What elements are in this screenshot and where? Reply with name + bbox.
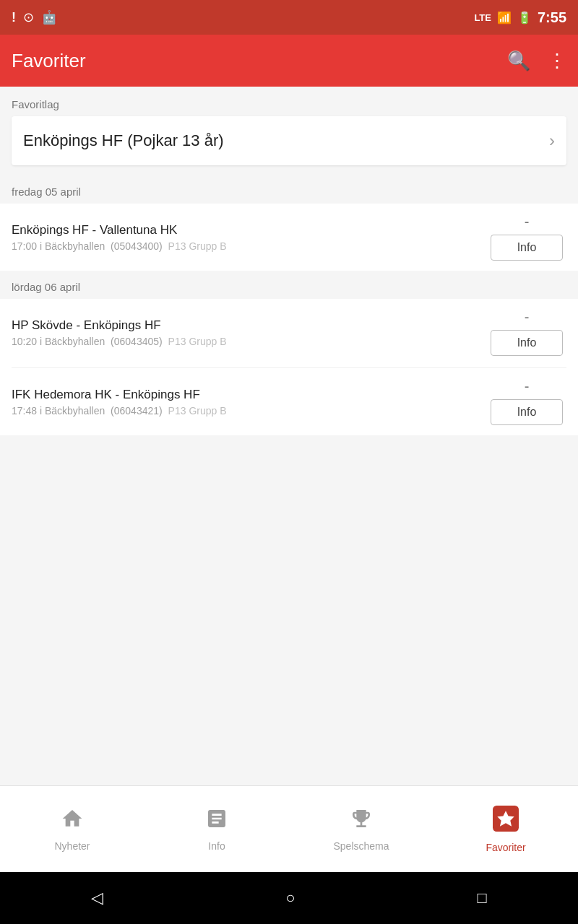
match-section-saturday: HP Skövde - Enköpings HF 10:20 i Bäckbyh… (0, 299, 578, 435)
match-right-2: - Info (487, 309, 566, 356)
match-score-1: - (525, 214, 530, 230)
match-score-3: - (525, 378, 530, 395)
match-item-2: HP Skövde - Enköpings HF 10:20 i Bäckbyh… (0, 299, 578, 366)
match-code-3: (06043421) (111, 405, 163, 417)
match-group-1: P13 Grupp B (168, 240, 227, 252)
match-group-2: P13 Grupp B (168, 336, 227, 347)
signal-icon: 📶 (497, 11, 512, 25)
match-right-1: - Info (487, 214, 566, 261)
team-name: Enköpings HF (Pojkar 13 år) (23, 131, 224, 150)
date-friday: fredag 05 april (0, 177, 578, 204)
info-button-2[interactable]: Info (491, 330, 563, 356)
status-left-icons: ! ⊙ 🤖 (12, 9, 468, 25)
status-right-icons: LTE 📶 🔋 7:55 (474, 9, 566, 26)
trophy-icon (350, 807, 373, 836)
toolbar-actions: 🔍 ⋮ (507, 50, 566, 72)
match-info-3: IFK Hedemora HK - Enköpings HF 17:48 i B… (12, 388, 487, 417)
match-group-3: P13 Grupp B (168, 405, 227, 417)
nav-label-favoriter: Favoriter (486, 842, 525, 853)
match-code-1: (05043400) (111, 240, 163, 252)
notification-icon-3: 🤖 (41, 9, 57, 25)
more-options-icon[interactable]: ⋮ (548, 50, 566, 72)
match-details-2: 10:20 i Bäckbyhallen (06043405) P13 Grup… (12, 336, 487, 347)
status-bar: ! ⊙ 🤖 LTE 📶 🔋 7:55 (0, 0, 578, 35)
nav-item-info[interactable]: Info (144, 800, 289, 859)
match-score-2: - (525, 309, 530, 326)
toolbar: Favoriter 🔍 ⋮ (0, 35, 578, 87)
nav-item-nyheter[interactable]: Nyheter (0, 800, 144, 859)
match-info-1: Enköpings HF - Vallentuna HK 17:00 i Bäc… (12, 223, 487, 252)
star-icon (493, 806, 519, 837)
date-saturday: lördag 06 april (0, 272, 578, 299)
info-button-1[interactable]: Info (491, 235, 563, 261)
match-details-3: 17:48 i Bäckbyhallen (06043421) P13 Grup… (12, 405, 487, 417)
match-right-3: - Info (487, 378, 566, 425)
match-item: Enköpings HF - Vallentuna HK 17:00 i Bäc… (0, 204, 578, 271)
android-nav-bar: ◁ ○ □ (0, 872, 578, 924)
match-time-2: 10:20 i Bäckbyhallen (12, 336, 105, 347)
match-info-2: HP Skövde - Enköpings HF 10:20 i Bäckbyh… (12, 318, 487, 347)
match-teams-1: Enköpings HF - Vallentuna HK (12, 223, 487, 237)
home-icon (61, 807, 84, 836)
match-item-3: IFK Hedemora HK - Enköpings HF 17:48 i B… (0, 368, 578, 435)
search-icon[interactable]: 🔍 (507, 50, 530, 72)
match-section-friday: Enköpings HF - Vallentuna HK 17:00 i Bäc… (0, 204, 578, 271)
lte-icon: LTE (474, 12, 491, 23)
toolbar-title: Favoriter (12, 50, 507, 72)
nav-label-info: Info (208, 840, 225, 852)
match-code-2: (06043405) (111, 336, 163, 347)
match-time-1: 17:00 i Bäckbyhallen (12, 240, 105, 252)
nav-item-spelschema[interactable]: Spelschema (289, 800, 434, 859)
nav-label-spelschema: Spelschema (333, 840, 389, 852)
team-card[interactable]: Enköpings HF (Pojkar 13 år) › (12, 116, 566, 165)
match-teams-3: IFK Hedemora HK - Enköpings HF (12, 388, 487, 402)
favoritlag-label: Favoritlag (0, 87, 578, 116)
main-content: Favoritlag Enköpings HF (Pojkar 13 år) ›… (0, 87, 578, 785)
info-nav-icon (205, 807, 228, 836)
battery-icon: 🔋 (517, 11, 532, 25)
match-details-1: 17:00 i Bäckbyhallen (05043400) P13 Grup… (12, 240, 487, 252)
nav-item-favoriter[interactable]: Favoriter (434, 798, 578, 860)
back-button[interactable]: ◁ (91, 889, 103, 907)
notification-icon-1: ! (12, 10, 16, 25)
status-time: 7:55 (538, 9, 566, 26)
home-button[interactable]: ○ (285, 889, 295, 907)
nav-label-nyheter: Nyheter (54, 840, 90, 852)
notification-icon-2: ⊙ (23, 9, 34, 25)
chevron-right-icon: › (549, 131, 555, 151)
match-time-3: 17:48 i Bäckbyhallen (12, 405, 105, 417)
recent-apps-button[interactable]: □ (478, 889, 487, 907)
info-button-3[interactable]: Info (491, 399, 563, 425)
bottom-navigation: Nyheter Info Spelschema Favoriter (0, 785, 578, 872)
match-teams-2: HP Skövde - Enköpings HF (12, 318, 487, 333)
